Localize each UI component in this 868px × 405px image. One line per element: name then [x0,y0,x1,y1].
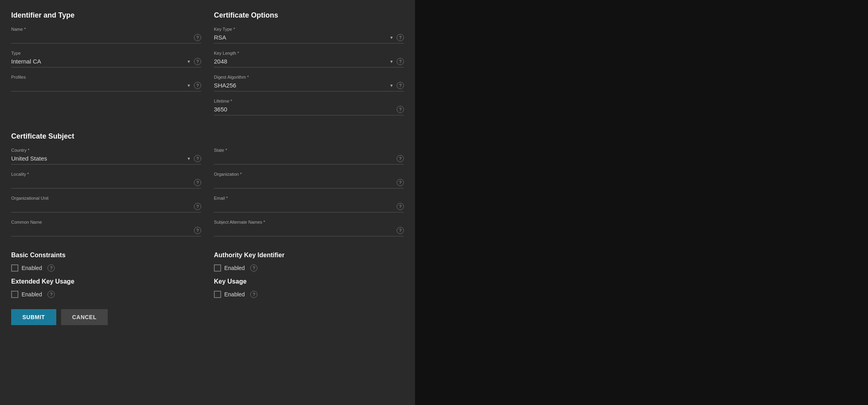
state-field-group: State * ? [214,148,404,165]
basic-constraints-enabled-row: Enabled ? [11,264,201,272]
email-field-row: ? [214,202,404,212]
type-label: Type [11,51,201,56]
san-help-icon[interactable]: ? [397,227,404,234]
email-help-icon[interactable]: ? [397,203,404,210]
name-label: Name * [11,27,201,32]
country-help-icon[interactable]: ? [194,155,201,162]
key-usage-title: Key Usage [214,278,404,285]
profiles-field-group: Profiles ▾ ? [11,75,201,91]
basic-constraints-col: Basic Constraints Enabled ? [11,252,201,272]
common-name-input[interactable] [11,226,192,234]
key-type-field-group: Key Type * RSA ECDSA ▾ ? [214,27,404,44]
key-usage-col: Key Usage Enabled ? [214,278,404,298]
org-unit-input[interactable] [11,202,192,210]
profiles-select[interactable] [11,81,188,89]
basic-constraints-help-icon[interactable]: ? [47,264,55,272]
san-field-group: Subject Alternate Names * ? [214,220,404,236]
common-name-help-icon[interactable]: ? [194,227,201,234]
san-field-row: ? [214,226,404,236]
key-type-help-icon[interactable]: ? [397,34,404,41]
digest-algorithm-select[interactable]: SHA256 SHA384 SHA512 [214,81,390,89]
profiles-chevron-icon: ▾ [188,83,190,88]
state-help-icon[interactable]: ? [397,155,404,162]
email-label: Email * [214,196,404,201]
extended-key-usage-enabled-label: Enabled [22,291,42,298]
locality-field-group: Locality * ? [11,172,201,189]
locality-input[interactable] [11,178,192,187]
lifetime-input[interactable] [214,105,394,113]
organization-label: Organization * [214,172,404,177]
authority-key-title: Authority Key Identifier [214,252,404,259]
authority-key-enabled-row: Enabled ? [214,264,404,272]
common-name-label: Common Name [11,220,201,224]
san-input[interactable] [214,226,394,234]
constraints-section: Basic Constraints Enabled ? Authority Ke… [11,252,404,272]
key-usage-checkbox[interactable] [214,291,221,298]
org-unit-help-icon[interactable]: ? [194,203,201,210]
submit-button[interactable]: SUBMIT [11,309,56,325]
authority-key-enabled-label: Enabled [224,265,245,271]
basic-constraints-enabled-label: Enabled [22,265,42,271]
name-field-group: Name * ? [11,27,201,44]
key-type-field-row: RSA ECDSA ▾ ? [214,33,404,44]
profiles-help-icon[interactable]: ? [194,82,201,89]
certificate-options-title: Certificate Options [214,11,404,20]
digest-algorithm-field-row: SHA256 SHA384 SHA512 ▾ ? [214,81,404,91]
state-input[interactable] [214,154,394,163]
organization-field-group: Organization * ? [214,172,404,189]
state-label: State * [214,148,404,153]
extended-key-usage-help-icon[interactable]: ? [47,291,55,298]
profiles-field-row: ▾ ? [11,81,201,91]
lifetime-field-row: ? [214,105,404,115]
organization-input[interactable] [214,178,394,187]
identifier-title: Identifier and Type [11,11,201,20]
key-usage-section: Extended Key Usage Enabled ? Key Usage E… [11,278,404,298]
extended-key-usage-checkbox[interactable] [11,291,18,298]
authority-key-checkbox[interactable] [214,264,221,272]
key-length-field-group: Key Length * 1024 2048 4096 ▾ ? [214,51,404,68]
digest-algorithm-field-group: Digest Algorithm * SHA256 SHA384 SHA512 … [214,75,404,91]
organization-help-icon[interactable]: ? [397,179,404,186]
profiles-label: Profiles [11,75,201,79]
country-field-group: Country * United States United Kingdom G… [11,148,201,165]
key-usage-help-icon[interactable]: ? [250,291,257,298]
email-input[interactable] [214,202,394,210]
authority-key-help-icon[interactable]: ? [250,264,257,272]
authority-key-col: Authority Key Identifier Enabled ? [214,252,404,272]
key-type-select[interactable]: RSA ECDSA [214,33,390,42]
type-help-icon[interactable]: ? [194,58,201,65]
digest-algorithm-label: Digest Algorithm * [214,75,404,79]
extended-key-usage-title: Extended Key Usage [11,278,201,285]
type-field-row: Internal CA External CA Intermediate CA … [11,57,201,68]
org-unit-field-row: ? [11,202,201,212]
name-input[interactable] [11,33,192,42]
country-select[interactable]: United States United Kingdom Germany Fra… [11,154,188,163]
country-field-row: United States United Kingdom Germany Fra… [11,154,201,165]
key-length-chevron-icon: ▾ [390,59,393,64]
key-length-select[interactable]: 1024 2048 4096 [214,57,390,66]
country-chevron-icon: ▾ [188,156,190,161]
digest-algorithm-help-icon[interactable]: ? [397,82,404,89]
basic-constraints-checkbox[interactable] [11,264,18,272]
country-label: Country * [11,148,201,153]
action-buttons: SUBMIT CANCEL [11,309,404,325]
certificate-subject-title: Certificate Subject [11,132,404,141]
cancel-button[interactable]: CANCEL [61,309,108,325]
locality-help-icon[interactable]: ? [194,179,201,186]
name-help-icon[interactable]: ? [194,34,201,41]
key-length-help-icon[interactable]: ? [397,58,404,65]
subject-grid: Country * United States United Kingdom G… [11,148,404,244]
locality-label: Locality * [11,172,201,177]
key-type-chevron-icon: ▾ [390,35,393,40]
right-panel [415,0,868,405]
name-field-row: ? [11,33,201,44]
digest-algorithm-chevron-icon: ▾ [390,83,393,88]
key-length-label: Key Length * [214,51,404,56]
organization-field-row: ? [214,178,404,189]
common-name-field-row: ? [11,226,201,236]
key-type-label: Key Type * [214,27,404,32]
org-unit-label: Organizational Unit [11,196,201,201]
org-unit-field-group: Organizational Unit ? [11,196,201,212]
type-select[interactable]: Internal CA External CA Intermediate CA [11,57,188,66]
lifetime-help-icon[interactable]: ? [397,106,404,113]
